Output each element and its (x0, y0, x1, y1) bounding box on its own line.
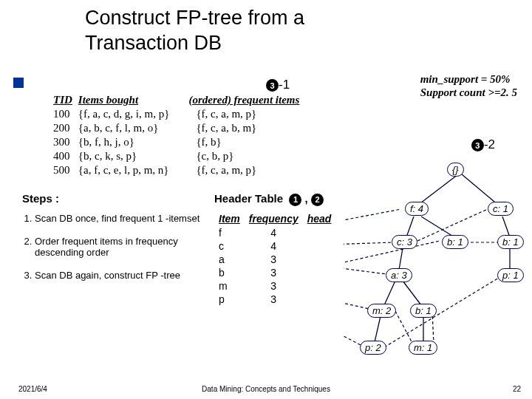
marker-3-2: 3-2 (471, 137, 495, 152)
slide-title: Construct FP-tree from a Transaction DB (85, 6, 304, 56)
node-p2: p: 2 (360, 341, 386, 355)
node-f4: f: 4 (405, 202, 429, 216)
node-c1: c: 1 (488, 202, 514, 216)
accent-square-icon (13, 78, 24, 88)
header-table-heading: Header Table 1 , 2 (214, 192, 324, 206)
svg-line-7 (384, 281, 395, 305)
node-a3: a: 3 (386, 268, 412, 282)
svg-line-8 (403, 281, 421, 305)
header-table: Item frequency head f4 c4 a3 b3 m3 p3 (214, 213, 335, 306)
footer-center: Data Mining: Concepts and Techniques (0, 385, 532, 393)
min-support-note: min_support = 50% Support count >=2. 5 (420, 72, 517, 99)
svg-line-1 (462, 174, 499, 205)
svg-line-5 (399, 248, 403, 270)
svg-line-2 (406, 216, 414, 237)
transaction-table: TID Items bought (ordered) frequent item… (53, 94, 305, 178)
svg-line-0 (417, 174, 458, 205)
node-b1c: b: 1 (410, 304, 437, 318)
footer-page: 22 (513, 385, 521, 393)
steps-heading: Steps : (22, 192, 59, 205)
steps-list: Scan DB once, find frequent 1 -itemset O… (18, 213, 211, 293)
node-root: {} (447, 163, 464, 177)
fp-tree: {} f: 4 c: 1 c: 3 b: 1 b: 1 a: 3 p: 1 m:… (344, 161, 528, 375)
node-m1: m: 1 (409, 341, 437, 355)
svg-line-3 (421, 216, 454, 237)
node-p1: p: 1 (497, 268, 524, 282)
node-b1b: b: 1 (497, 235, 524, 249)
marker-3-1: 3-1 (266, 78, 290, 92)
svg-line-4 (502, 216, 510, 237)
node-m2: m: 2 (367, 304, 396, 318)
svg-line-9 (375, 316, 381, 342)
node-c3: c: 3 (392, 235, 417, 249)
node-b1a: b: 1 (442, 235, 468, 249)
